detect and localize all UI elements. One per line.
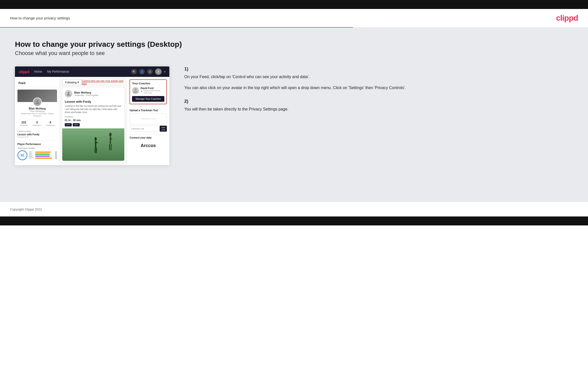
post-user-name: Blair McHarg — [74, 91, 98, 94]
plus-icon[interactable]: ⊕ — [147, 69, 153, 74]
app-right-panel: Your Coaches David Ford 📍 Royal North — [127, 77, 169, 165]
latest-activity-date: 03 Aug 2022 — [17, 136, 57, 138]
profile-handicap: Plus Handicap — [17, 110, 57, 112]
app-logo: clippd — [19, 70, 29, 74]
activities-label: Activities — [20, 124, 28, 126]
svg-rect-2 — [62, 128, 124, 161]
search-icon[interactable]: 🔍 — [131, 69, 137, 74]
post-title: Lesson with Fordy — [65, 100, 122, 104]
player-performance: Player Performance Total Player Quality … — [17, 141, 57, 160]
post-description: Looking to feel like my hands are exitin… — [65, 105, 122, 114]
site-logo: clippd — [556, 13, 578, 23]
trackman-title: Upload a Trackman Test — [130, 109, 167, 112]
following-count: 4 — [46, 121, 55, 124]
svg-rect-11 — [95, 148, 96, 153]
app-sidebar: Feed Blair McHarg Plus Handicap Royal No… — [15, 77, 60, 165]
instructions: 1) On your Feed, click/tap on 'Control w… — [184, 66, 573, 120]
nav-my-performance[interactable]: My Performance — [47, 70, 69, 73]
profile-stats: 131 Activities 3 Followers 4 Following — [17, 119, 57, 128]
header: How to change your privacy settings clip… — [0, 9, 588, 27]
user-avatar[interactable]: B — [155, 68, 162, 75]
highlight-box: Your Coaches David Ford 📍 Royal North — [130, 79, 167, 104]
coach-club-name: Royal North Devon Golf Club — [143, 90, 164, 94]
main-heading: How to change your privacy settings (Des… — [15, 40, 573, 49]
coaches-section: Your Coaches David Ford 📍 Royal North — [130, 80, 166, 104]
pq-bar-app: APP 85 — [29, 153, 57, 155]
player-perf-title: Player Performance — [17, 143, 57, 146]
coach-name: David Ford — [140, 87, 164, 90]
following-label: Following — [46, 124, 55, 126]
svg-point-3 — [109, 133, 112, 137]
post-avatar — [65, 90, 72, 98]
step1-number: 1) — [184, 66, 573, 72]
trackman-section: Upload a Trackman Test Trackman Link Add… — [130, 107, 167, 132]
latest-activity-label: Latest Activity — [17, 130, 57, 133]
stat-followers: 3 Followers — [33, 121, 41, 126]
svg-point-1 — [67, 92, 69, 94]
svg-rect-7 — [111, 144, 112, 150]
app-feed: Following ▾ Control who can see your act… — [60, 77, 127, 165]
feed-tab[interactable]: Feed — [15, 79, 60, 87]
following-button[interactable]: Following ▾ — [62, 79, 82, 85]
stat-activities: 131 Activities — [20, 121, 28, 126]
post-tags: OTT APP — [65, 123, 122, 126]
coach-club: 📍 Royal North Devon Golf Club — [140, 90, 164, 94]
feed-header: Following ▾ Control who can see your act… — [62, 79, 124, 85]
main-subheading: Choose what you want people to see — [15, 50, 573, 56]
tag-ott: OTT — [65, 123, 72, 126]
coach-row: David Ford 📍 Royal North Devon Golf Club — [132, 87, 164, 94]
nav-right: 🔍 👤 ⊕ B ▾ — [131, 68, 165, 75]
connect-title: Connect your data — [130, 136, 167, 139]
step2-number: 2) — [184, 99, 573, 104]
profile-club: Royal North Devon Golf Club, United King… — [17, 112, 57, 117]
post-duration-value: 01 hr : 30 min — [65, 119, 122, 122]
app-body: Feed Blair McHarg Plus Handicap Royal No… — [15, 77, 169, 165]
app-screenshot: clippd Home My Performance 🔍 👤 ⊕ B ▾ Fee… — [15, 66, 169, 165]
instruction-step2: 2) You will then be taken directly to th… — [184, 99, 573, 112]
stat-following: 4 Following — [46, 121, 55, 126]
app-nav: clippd Home My Performance 🔍 👤 ⊕ B ▾ — [15, 66, 169, 77]
svg-rect-4 — [110, 137, 111, 144]
step1-extra-text: You can also click on your avatar in the… — [184, 85, 573, 91]
profile-avatar — [33, 98, 42, 106]
footer: Copyright Clippd 2022 — [0, 202, 588, 216]
svg-rect-5 — [109, 138, 112, 139]
bottom-bar — [0, 216, 588, 225]
copyright: Copyright Clippd 2022 — [10, 208, 42, 211]
profile-name: Blair McHarg — [17, 107, 57, 110]
post-user-info: Blair McHarg Yesterday · Sunningdale — [74, 91, 98, 97]
svg-point-13 — [134, 88, 137, 90]
step2-text: You will then be taken directly to the P… — [184, 106, 573, 112]
svg-rect-10 — [95, 142, 98, 143]
post-user-meta: Yesterday · Sunningdale — [74, 94, 98, 97]
svg-rect-9 — [95, 141, 96, 148]
profile-section: Blair McHarg Plus Handicap Royal North D… — [15, 87, 60, 163]
manage-coaches-button[interactable]: Manage Your Coaches — [132, 96, 164, 102]
arccos-logo: Arccos — [130, 141, 167, 151]
trackman-input-row: Add Link — [130, 126, 167, 132]
svg-point-0 — [36, 100, 38, 102]
page-title: How to change your privacy settings — [10, 16, 70, 20]
tag-app: APP — [73, 123, 80, 126]
pq-row: 92 OTT 90 APP — [17, 150, 57, 160]
add-link-button[interactable]: Add Link — [160, 126, 167, 132]
person-icon[interactable]: 👤 — [139, 69, 145, 74]
coaches-title: Your Coaches — [132, 82, 164, 85]
top-bar — [0, 0, 588, 9]
avatar-chevron[interactable]: ▾ — [164, 70, 165, 73]
control-privacy-link[interactable]: Control who can see your activity and da… — [82, 80, 124, 85]
pq-score: 92 — [17, 150, 27, 160]
post-body: Lesson with Fordy Looking to feel like m… — [62, 100, 124, 128]
svg-rect-12 — [96, 148, 97, 153]
trackman-placeholder: Trackman Link — [130, 113, 167, 124]
nav-home[interactable]: Home — [34, 70, 42, 73]
content-row: clippd Home My Performance 🔍 👤 ⊕ B ▾ Fee… — [15, 66, 573, 165]
connect-section: Connect your data Arccos — [130, 134, 167, 151]
profile-banner — [17, 90, 57, 102]
post-header: Blair McHarg Yesterday · Sunningdale — [62, 88, 124, 100]
post-image — [62, 128, 124, 161]
total-pq-label: Total Player Quality — [17, 147, 57, 149]
coach-info: David Ford 📍 Royal North Devon Golf Club — [140, 87, 164, 94]
post-duration-label: Duration — [65, 115, 122, 118]
trackman-input[interactable] — [130, 126, 159, 132]
